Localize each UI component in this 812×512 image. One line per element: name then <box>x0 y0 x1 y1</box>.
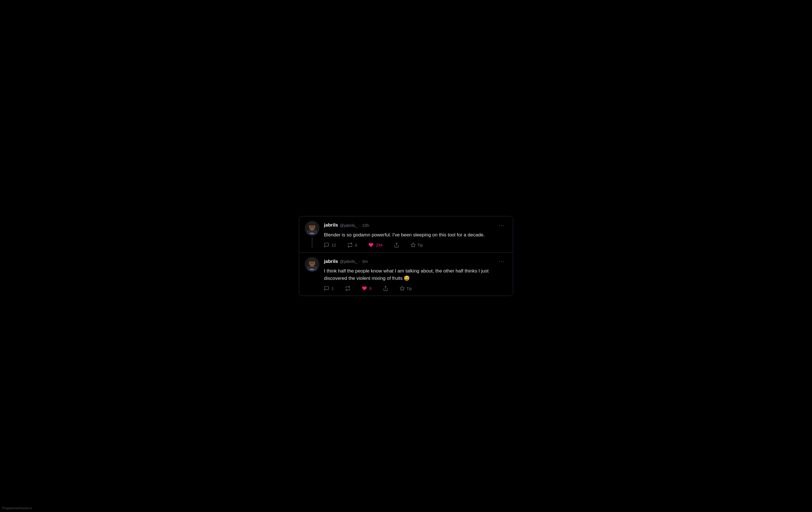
tip-icon <box>410 242 416 248</box>
retweet-icon <box>347 242 353 248</box>
share-action[interactable] <box>383 286 388 291</box>
svg-point-9 <box>313 226 314 228</box>
svg-point-7 <box>308 224 316 225</box>
like-action[interactable]: 9 <box>362 286 372 291</box>
comment-count: 1 <box>331 286 334 291</box>
tip-action[interactable]: Tip <box>410 242 423 248</box>
tweets-container: CALL <box>299 216 513 296</box>
like-count: 9 <box>369 286 372 291</box>
retweet-count: 4 <box>355 243 357 247</box>
svg-point-20 <box>308 260 316 262</box>
comment-icon <box>324 242 329 248</box>
like-count: 294 <box>376 243 382 247</box>
watermark: ProgrammerHumor.io <box>2 506 32 510</box>
comment-action[interactable]: 12 <box>324 242 336 248</box>
username[interactable]: jabrils <box>324 259 338 264</box>
avatar-column: CALL <box>305 221 319 248</box>
comment-icon <box>324 286 329 291</box>
retweet-icon <box>345 286 350 291</box>
tweet-header-left: jabrils @jabrils_ · 15h <box>324 222 369 228</box>
tweet-content: jabrils @jabrils_ · 3m ··· I think half … <box>324 257 507 291</box>
tweet-text: I think half the people know what I am t… <box>324 267 507 282</box>
more-options-button[interactable]: ··· <box>496 221 507 230</box>
comment-action[interactable]: 1 <box>324 286 334 291</box>
avatar[interactable]: CALL <box>305 221 319 236</box>
tweet-actions: 1 <box>324 286 507 291</box>
username[interactable]: jabrils <box>324 222 338 228</box>
tweet-text: Blender is so godamn powerful. I've been… <box>324 231 507 239</box>
svg-point-23 <box>312 264 313 264</box>
tweet-content: jabrils @jabrils_ · 15h ··· Blender is s… <box>324 221 507 248</box>
like-icon <box>362 286 367 291</box>
retweet-action[interactable] <box>345 286 350 291</box>
comment-count: 12 <box>331 243 336 247</box>
handle[interactable]: @jabrils_ <box>340 259 357 264</box>
share-action[interactable] <box>394 242 399 248</box>
tweet-row: CALL jabrils @jabrils_ · 3m <box>299 252 513 296</box>
tweet-header: jabrils @jabrils_ · 15h ··· <box>324 221 507 230</box>
tweet-actions: 12 4 <box>324 242 507 248</box>
svg-marker-25 <box>400 286 404 291</box>
dot-separator: · <box>359 259 360 264</box>
svg-text:CALL: CALL <box>310 269 314 270</box>
like-action[interactable]: 294 <box>368 242 382 248</box>
tip-label: Tip <box>417 243 423 247</box>
more-options-button[interactable]: ··· <box>496 257 507 266</box>
like-icon <box>368 242 374 248</box>
svg-point-22 <box>313 262 314 264</box>
avatar-column: CALL <box>305 257 319 291</box>
avatar[interactable]: CALL <box>305 257 319 272</box>
tweet-header: jabrils @jabrils_ · 3m ··· <box>324 257 507 266</box>
timestamp: 3m <box>362 259 368 264</box>
tip-label: Tip <box>407 286 412 291</box>
thread-line <box>312 237 312 248</box>
dot-separator: · <box>359 223 360 228</box>
timestamp: 15h <box>362 223 369 228</box>
svg-marker-12 <box>411 243 415 247</box>
retweet-action[interactable]: 4 <box>347 242 357 248</box>
svg-point-8 <box>311 226 312 228</box>
svg-point-21 <box>311 262 312 264</box>
handle[interactable]: @jabrils_ <box>340 223 357 228</box>
svg-point-10 <box>312 228 313 228</box>
tip-icon <box>400 286 405 291</box>
share-icon <box>383 286 388 291</box>
tweet-header-left: jabrils @jabrils_ · 3m <box>324 259 368 264</box>
share-icon <box>394 242 399 248</box>
tweet-row: CALL <box>299 216 513 253</box>
svg-text:CALL: CALL <box>310 233 314 234</box>
tip-action[interactable]: Tip <box>400 286 412 291</box>
